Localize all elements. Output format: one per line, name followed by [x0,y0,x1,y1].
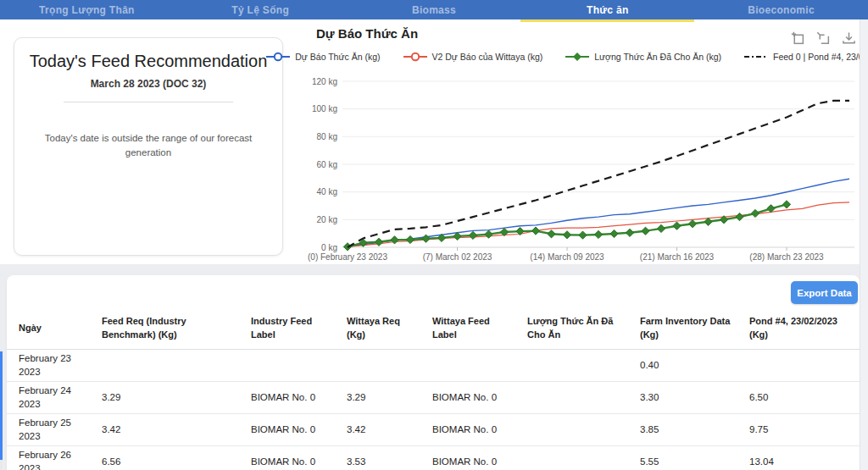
column-header-feed-req-industry-benchmark-kg: Feed Req (Industry Benchmark) (Kg) [102,315,251,341]
table-cell [432,363,527,368]
legend-label: Lượng Thức Ăn Đã Cho Ăn (kg) [594,52,721,62]
recommendation-date: March 28 2023 (DOC 32) [14,78,282,90]
table-cell [527,363,640,368]
table-cell: 9.75 [749,421,854,440]
top-section: Today's Feed Recommendation March 28 202… [0,19,868,264]
table-cell: February 25 2023 [19,414,102,445]
reset-zoom-icon[interactable] [816,31,831,46]
data-point-marker [657,224,665,232]
y-axis-label: 120 kg [312,77,337,86]
data-point-marker [579,231,587,239]
x-axis-label: (0) February 23 2023 [308,252,387,262]
y-axis-label: 80 kg [317,132,337,141]
table-row: February 26 20236.56BIOMAR No. 03.53BIOM… [7,446,860,470]
data-point-marker [673,222,681,229]
table-cell: 3.29 [347,389,432,407]
table-cell: 3.42 [347,421,432,440]
page-scrollbar-track[interactable] [860,19,868,470]
tab-label: Tỷ Lệ Sống [231,4,289,16]
chart-title: Dự Báo Thức Ăn [316,26,418,41]
table-cell: 6.50 [749,389,854,407]
table-cell: 6.56 [102,453,251,470]
table-cell: BIOMAR No. 0 [432,453,527,470]
x-axis-label: (28) March 23 2023 [749,252,824,262]
table-cell [251,363,347,368]
tab-biomass[interactable]: Biomass [348,0,521,19]
data-point-marker [391,236,398,244]
divider [64,102,233,102]
tab-label: Thức ăn [587,4,628,16]
table-left-scrollbar-thumb[interactable] [0,351,3,460]
legend-item-du-bao-thuc-an-kg[interactable]: Dự Báo Thức Ăn (kg) [265,52,380,62]
table-row: February 23 20230.40 [7,350,860,382]
data-point-marker [563,231,570,239]
data-point-marker [375,238,382,246]
table-cell: BIOMAR No. 0 [432,389,527,407]
tab-label: Trọng Lượng Thân [39,4,135,16]
table-cell: BIOMAR No. 0 [432,421,527,440]
table-cell: February 24 2023 [19,382,102,413]
x-axis-label: (7) March 02 2023 [423,252,492,262]
table-left-scrollbar-track[interactable] [0,350,3,470]
table-cell [527,428,640,433]
data-point-marker [688,220,696,228]
table-cell: February 23 2023 [19,350,102,381]
table-cell: 5.55 [640,453,749,470]
tab-ty-le-song[interactable]: Tỷ Lệ Sống [174,0,348,19]
table-cell: 3.53 [347,453,432,470]
export-data-button[interactable]: Export Data [791,281,858,304]
y-axis-label: 60 kg [317,160,337,169]
tab-label: Bioeconomic [748,4,815,16]
tab-trong-luong-than[interactable]: Trọng Lượng Thân [0,0,174,19]
recommendation-title: Today's Feed Recommendation [14,52,282,71]
feed-forecast-chart: 0 kg20 kg40 kg60 kg80 kg100 kg120 kg(0) … [297,68,860,264]
legend-item-feed-0-pond-4-23-02-2023[interactable]: Feed 0 | Pond #4, 23/02/2023 [743,52,868,62]
legend-label: V2 Dự Báo của Wittaya (kg) [432,52,543,62]
table-cell: 3.30 [640,389,749,407]
data-point-marker [642,227,649,235]
column-header-ngay: Ngày [19,322,102,335]
y-axis-label: 0 kg [321,243,337,252]
data-point-marker [626,229,633,236]
table-cell: 3.29 [102,389,251,407]
data-point-marker [485,230,492,238]
table-cell: 13.04 [749,453,854,470]
legend-marker-circle-hollow [265,52,291,62]
download-icon[interactable] [842,31,856,46]
legend-marker-diamond [565,52,590,62]
data-point-marker [422,235,430,242]
legend-item-luong-thuc-an-da-cho-an-kg[interactable]: Lượng Thức Ăn Đã Cho Ăn (kg) [565,52,721,62]
recommendation-message: Today's date is outside the range of our… [42,131,254,161]
column-header-farm-inventory-data-kg: Farm Inventory Data (Kg) [640,315,749,341]
legend-item-v2-du-bao-cua-wittaya-kg[interactable]: V2 Dự Báo của Wittaya (kg) [403,52,543,62]
table-cell: BIOMAR No. 0 [251,421,347,440]
data-point-marker [782,201,790,208]
table-cell: BIOMAR No. 0 [251,389,347,407]
column-header-luong-thuc-an-da-cho-an: Lượng Thức Ăn Đã Cho Ăn [527,315,640,341]
zoom-selection-icon[interactable] [791,31,805,46]
table-cell [102,363,251,368]
table-cell: 3.42 [102,421,251,440]
x-axis-label: (14) March 09 2023 [530,252,604,262]
tab-bioeconomic[interactable]: Bioeconomic [694,0,868,19]
y-axis-label: 40 kg [317,187,337,196]
table-header-row: NgàyFeed Req (Industry Benchmark) (Kg)In… [7,307,860,350]
table-cell: February 26 2023 [19,446,102,470]
column-header-wittaya-feed-label: Wittaya Feed Label [432,315,527,341]
legend-marker-none [743,52,769,62]
data-point-marker [610,229,618,237]
data-point-marker [469,231,476,239]
table-cell [527,395,640,401]
table-cell [347,363,432,368]
recommendation-card: Today's Feed Recommendation March 28 202… [14,37,283,256]
page: Trọng Lượng ThânTỷ Lệ SốngBiomassThức ăn… [0,0,868,470]
column-header-pond-4-23-02-2023-kg: Pond #4, 23/02/2023 (Kg) [749,315,854,341]
tab-thuc-an[interactable]: Thức ăn [520,0,694,19]
table-cell: BIOMAR No. 0 [251,453,347,470]
column-header-industry-feed-label: Industry Feed Label [251,315,347,341]
data-point-marker [406,235,414,243]
table-cell [527,460,640,465]
y-axis-label: 20 kg [317,215,337,224]
y-axis-label: 100 kg [312,104,337,113]
data-point-marker [548,230,555,238]
